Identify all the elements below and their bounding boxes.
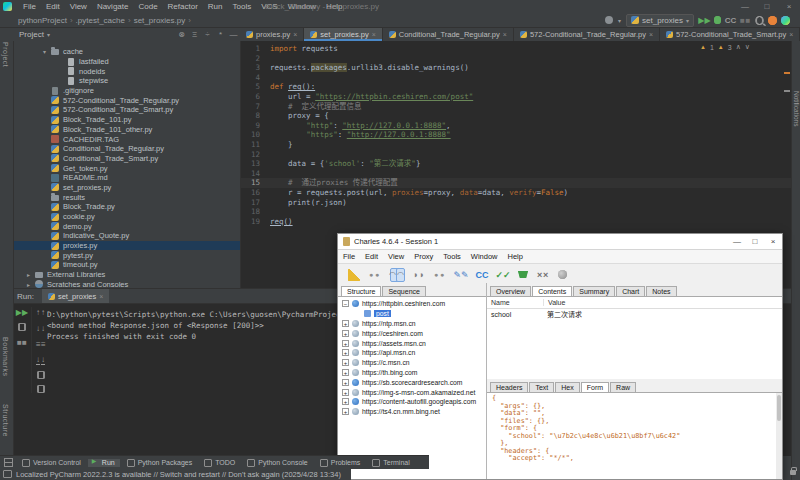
- code-line[interactable]: 3requests.packages.urllib3.disable_warni…: [240, 63, 792, 73]
- down-stack-icon[interactable]: [36, 323, 46, 333]
- stripe-structure-button[interactable]: Structure: [2, 404, 9, 437]
- host-tree-item[interactable]: + https://ts4.cn.mm.bing.net: [338, 407, 486, 417]
- up-stack-icon[interactable]: [36, 307, 46, 317]
- charles-title-bar[interactable]: Charles 4.6.4 - Session 1 — □ ×: [338, 234, 782, 250]
- tree-item[interactable]: nodeids: [13, 66, 240, 76]
- tool-window-button[interactable]: TODO: [199, 459, 240, 467]
- code-line[interactable]: 15 # 通过proxies 传递代理配置: [240, 178, 792, 188]
- event-log-icon[interactable]: [3, 470, 12, 478]
- expander-icon[interactable]: +: [342, 330, 349, 337]
- menu-item[interactable]: Navigate: [92, 2, 134, 11]
- charles-tab[interactable]: Form: [581, 382, 609, 392]
- charles-tab[interactable]: Hex: [555, 382, 579, 392]
- host-tree-item[interactable]: + https://img-s-msn-com.akamaized.net: [338, 387, 486, 397]
- tree-item[interactable]: proxies.py: [13, 241, 240, 251]
- locate-button[interactable]: ⊗: [175, 30, 188, 39]
- clear-all-icon[interactable]: [37, 385, 45, 393]
- stop-button[interactable]: [740, 15, 751, 26]
- code-line[interactable]: 11 }: [240, 140, 792, 150]
- expander-icon[interactable]: +: [342, 398, 349, 405]
- rerun-button[interactable]: [17, 307, 27, 317]
- stripe-project-button[interactable]: Project: [2, 42, 9, 67]
- close-button[interactable]: ×: [778, 2, 800, 11]
- search-everywhere-button[interactable]: [755, 16, 764, 25]
- notification-circle-icon[interactable]: [768, 16, 777, 25]
- code-line[interactable]: 18: [240, 207, 792, 217]
- menu-item[interactable]: View: [65, 2, 92, 11]
- code-line[interactable]: 6 url = "https://httpbin.ceshiren.com/po…: [240, 92, 792, 102]
- menu-item[interactable]: File: [18, 2, 41, 11]
- editor-tab[interactable]: proxies.py ×: [240, 28, 304, 41]
- debug-button[interactable]: [714, 16, 721, 24]
- charles-body-view[interactable]: { "args": {}, "data": "", "files": {}, "…: [487, 392, 782, 479]
- charles-tab[interactable]: Contents: [532, 286, 572, 296]
- run-button[interactable]: [699, 15, 710, 26]
- code-line[interactable]: 13 data = {'school': "第二次请求"}: [240, 159, 792, 169]
- code-line[interactable]: 2: [240, 54, 792, 64]
- host-tree-item[interactable]: − https://httpbin.ceshiren.com: [338, 299, 486, 309]
- code-line[interactable]: 9 "http": "http://127.0.0.1:8888",: [240, 121, 792, 131]
- profile-sphere-icon[interactable]: [781, 16, 790, 25]
- charles-scrollbar[interactable]: [776, 393, 782, 479]
- close-icon[interactable]: ×: [293, 31, 297, 38]
- user-icon[interactable]: [605, 16, 613, 24]
- tree-item[interactable]: Block_Trade_101.py: [13, 115, 240, 125]
- tree-item[interactable]: ▸ External Libraries: [13, 270, 240, 280]
- charles-tab[interactable]: Notes: [646, 286, 676, 296]
- host-tree-item[interactable]: + https://api.msn.cn: [338, 348, 486, 358]
- expand-all-button[interactable]: Ξ: [188, 30, 201, 39]
- settings-button[interactable]: *: [214, 30, 227, 39]
- expander-icon[interactable]: +: [342, 389, 349, 396]
- tools-icon[interactable]: [537, 269, 549, 281]
- tree-item[interactable]: Block_Trade.py: [13, 202, 240, 212]
- compose-icon[interactable]: [455, 269, 467, 281]
- stop-button[interactable]: [17, 337, 27, 347]
- run-config-select[interactable]: set_proxies ▾: [626, 14, 694, 27]
- code-line[interactable]: 7 # 定义代理配置信息: [240, 102, 792, 112]
- charles-tab[interactable]: Structure: [341, 286, 381, 296]
- minimize-button[interactable]: —: [734, 2, 756, 11]
- run-tab[interactable]: set_proxies ×: [42, 289, 109, 303]
- menu-item[interactable]: Edit: [360, 252, 383, 261]
- tree-item[interactable]: results: [13, 192, 240, 202]
- stripe-bookmarks-button[interactable]: Bookmarks: [2, 337, 9, 377]
- next-error-icon[interactable]: ∨: [745, 43, 750, 51]
- expander-icon[interactable]: +: [342, 359, 349, 366]
- expander-icon[interactable]: +: [342, 320, 349, 327]
- code-line[interactable]: 4: [240, 73, 792, 83]
- tool-window-button[interactable]: Python Packages: [122, 459, 197, 467]
- host-tree-item[interactable]: + https://ntp.msn.cn: [338, 319, 486, 329]
- breadcrumb-item[interactable]: .pytest_cache›: [76, 16, 134, 25]
- expander-icon[interactable]: +: [342, 340, 349, 347]
- host-tree-item[interactable]: + https://assets.msn.cn: [338, 338, 486, 348]
- menu-item[interactable]: Code: [133, 2, 162, 11]
- stripe-notifications-button[interactable]: Notifications: [793, 91, 800, 126]
- code-line[interactable]: 17 print(r.json): [240, 198, 792, 208]
- menu-item[interactable]: Help: [503, 252, 528, 261]
- status-message[interactable]: Localized PyCharm 2022.2.3 is available …: [16, 470, 341, 479]
- inspection-widget[interactable]: ▲1 ▲3 ∧ ∨: [700, 43, 750, 51]
- tree-item[interactable]: ▾ cache: [13, 47, 240, 57]
- hide-button[interactable]: —: [227, 30, 240, 39]
- menu-item[interactable]: Run: [203, 2, 228, 11]
- tree-item[interactable]: pytest.py: [13, 250, 240, 260]
- code-line[interactable]: 10 "https": "http://127.0.0.1:8888": [240, 130, 792, 140]
- charles-tab[interactable]: Summary: [573, 286, 615, 296]
- code-line[interactable]: 5def req():: [240, 82, 792, 92]
- chevron-icon[interactable]: ▸: [27, 281, 35, 288]
- tool-window-button[interactable]: Run: [88, 459, 120, 467]
- expander-icon[interactable]: −: [342, 300, 349, 307]
- tool-window-button[interactable]: Python Console: [242, 459, 312, 467]
- throttle-icon[interactable]: [390, 268, 404, 282]
- collapse-all-button[interactable]: ÷: [201, 30, 214, 39]
- tree-item[interactable]: CACHEDIR.TAG: [13, 134, 240, 144]
- host-tree-item[interactable]: + https://content-autofill.googleapis.co…: [338, 397, 486, 407]
- expander-icon[interactable]: +: [342, 379, 349, 386]
- tree-item[interactable]: Indicative_Quote.py: [13, 231, 240, 241]
- tree-item[interactable]: 572-Conditional_Trade_Regular.py: [13, 95, 240, 105]
- scroll-end-icon[interactable]: [36, 355, 46, 365]
- soft-wrap-icon[interactable]: [36, 339, 46, 349]
- chevron-icon[interactable]: ▾: [43, 48, 51, 55]
- menu-item[interactable]: Tools: [228, 2, 257, 11]
- tree-item[interactable]: cookie.py: [13, 212, 240, 222]
